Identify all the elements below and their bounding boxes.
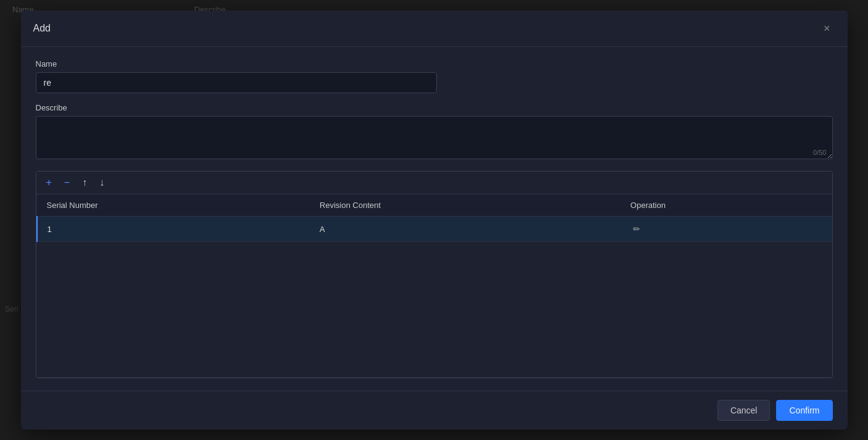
dialog-title: Add [33,23,51,34]
name-field-group: Name [36,59,833,93]
col-revision-content: Revision Content [310,194,621,217]
edit-row-button[interactable]: ✏ [630,223,643,235]
name-input[interactable] [36,72,437,93]
dialog-body: Name Describe 0/50 + − ↑ ↓ [21,47,848,391]
describe-textarea-wrapper: 0/50 [36,116,833,161]
col-operation: Operation [621,194,832,217]
describe-label: Describe [36,103,833,112]
char-count: 0/50 [813,149,826,156]
revision-table-section: + − ↑ ↓ Serial Number Revision Content O… [36,171,833,378]
empty-cell [37,242,832,378]
move-up-button[interactable]: ↑ [80,176,89,189]
col-serial-number: Serial Number [37,194,310,217]
dialog-footer: Cancel Confirm [21,391,848,430]
revision-table: Serial Number Revision Content Operation… [36,194,832,378]
modal-overlay: Add × Name Describe 0/50 + [0,0,868,440]
table-row[interactable]: 1 A ✏ [37,217,832,242]
table-header-row: Serial Number Revision Content Operation [37,194,832,217]
cell-content: A [310,217,621,242]
close-button[interactable]: × [819,20,835,36]
empty-row [37,242,832,378]
cell-serial: 1 [37,217,310,242]
describe-textarea[interactable] [36,116,833,159]
dialog-header: Add × [21,10,848,47]
cell-operation: ✏ [621,217,832,242]
move-down-button[interactable]: ↓ [97,176,107,189]
add-row-button[interactable]: + [44,176,54,189]
cancel-button[interactable]: Cancel [717,400,771,421]
describe-field-group: Describe 0/50 [36,103,833,161]
name-label: Name [36,59,833,68]
remove-row-button[interactable]: − [62,176,72,189]
add-dialog: Add × Name Describe 0/50 + [21,10,848,430]
table-toolbar: + − ↑ ↓ [36,172,832,194]
confirm-button[interactable]: Confirm [776,400,832,421]
